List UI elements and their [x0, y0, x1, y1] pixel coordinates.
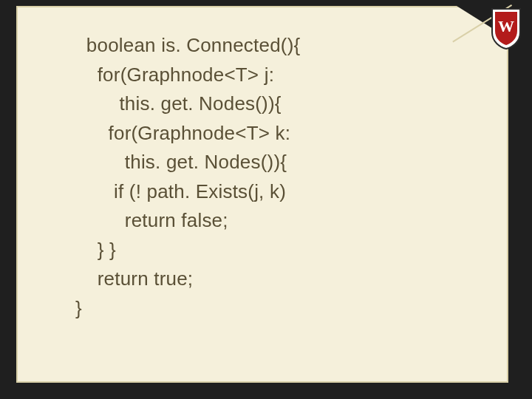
code-line: this. get. Nodes()){ [75, 92, 282, 115]
code-line: if (! path. Exists(j, k) [75, 180, 286, 202]
code-line: boolean is. Connected(){ [75, 34, 300, 56]
code-block: boolean is. Connected(){ for(Graphnode<T… [75, 31, 460, 323]
code-line: return false; [75, 209, 228, 231]
code-line: } } [75, 239, 116, 261]
code-line: return true; [75, 267, 193, 290]
crest-letter: W [498, 17, 514, 35]
code-line: for(Graphnode<T> k: [75, 122, 290, 144]
code-line: for(Graphnode<T> j: [75, 64, 274, 86]
code-line: this. get. Nodes()){ [75, 151, 287, 173]
slide-stage: boolean is. Connected(){ for(Graphnode<T… [0, 0, 532, 399]
content-card: boolean is. Connected(){ for(Graphnode<T… [16, 6, 508, 383]
wisconsin-crest-icon: W [491, 7, 522, 50]
code-line: } [75, 297, 82, 319]
